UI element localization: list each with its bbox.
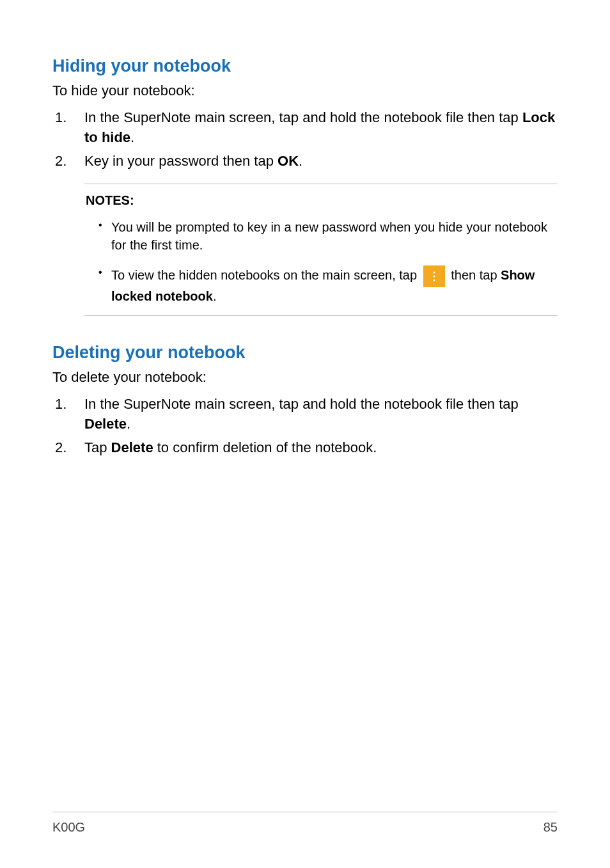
footer-model: K00G <box>52 820 85 835</box>
step-number: 2. <box>55 438 66 458</box>
steps-deleting: 1. In the SuperNote main screen, tap and… <box>52 395 558 457</box>
footer-page-number: 85 <box>544 820 558 835</box>
step-item: 2. Tap Delete to confirm deletion of the… <box>55 438 558 458</box>
step-number: 1. <box>55 395 66 414</box>
step-bold: Delete <box>84 416 127 432</box>
step-text-after: . <box>130 129 134 145</box>
notes-item: You will be prompted to key in a new pas… <box>98 218 558 254</box>
step-item: 2. Key in your password then tap OK. <box>55 152 558 171</box>
more-options-icon <box>423 265 445 287</box>
step-text: In the SuperNote main screen, tap and ho… <box>84 109 522 125</box>
heading-hiding-notebook: Hiding your notebook <box>52 56 558 76</box>
step-bold: OK <box>278 153 299 169</box>
notes-bullets: You will be prompted to key in a new pas… <box>84 218 558 305</box>
step-number: 1. <box>55 108 66 128</box>
notes-label-bold: NOTES <box>86 193 130 207</box>
step-item: 1. In the SuperNote main screen, tap and… <box>55 395 558 434</box>
intro-deleting: To delete your notebook: <box>52 369 558 386</box>
step-number: 2. <box>55 152 66 171</box>
notes-item: To view the hidden notebooks on the main… <box>98 265 558 305</box>
page-footer: K00G 85 <box>52 812 558 835</box>
step-text: In the SuperNote main screen, tap and ho… <box>84 396 519 412</box>
step-text: Key in your password then tap <box>84 153 278 169</box>
step-text-after: to confirm deletion of the notebook. <box>153 439 377 455</box>
notes-label-colon: : <box>130 193 134 207</box>
notes-text-end: . <box>213 289 217 303</box>
step-text: Tap <box>84 439 111 455</box>
steps-hiding: 1. In the SuperNote main screen, tap and… <box>52 108 558 171</box>
notes-text-after: then tap <box>448 269 501 283</box>
step-bold: Delete <box>111 439 153 455</box>
notes-title: NOTES: <box>84 193 558 208</box>
heading-deleting-notebook: Deleting your notebook <box>52 343 558 363</box>
step-item: 1. In the SuperNote main screen, tap and… <box>55 108 558 148</box>
notes-box: NOTES: You will be prompted to key in a … <box>84 184 558 316</box>
notes-text-before: To view the hidden notebooks on the main… <box>111 269 421 283</box>
step-text-after: . <box>127 416 130 432</box>
intro-hiding: To hide your notebook: <box>52 83 558 99</box>
step-text-after: . <box>299 153 302 169</box>
